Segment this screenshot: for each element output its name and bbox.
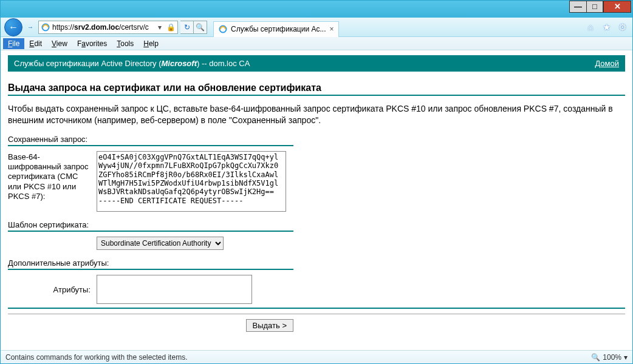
ca-title-prefix: Службы сертификации Active Directory (	[14, 59, 161, 68]
saved-request-label: Base-64-шифрованный запрос сертификата (…	[8, 151, 93, 201]
menu-favorites[interactable]: Favorites	[72, 38, 112, 49]
intro-text: Чтобы выдать сохраненный запрос к ЦС, вс…	[8, 103, 625, 126]
home-link[interactable]: Домой	[595, 59, 619, 68]
address-bar[interactable]: https://srv2.dom.loc/certsrv/c ▾ 🔒	[38, 21, 178, 34]
menu-edit[interactable]: Edit	[24, 38, 47, 49]
minimize-button[interactable]: —	[569, 1, 586, 13]
cert-template-select[interactable]: Subordinate Certification Authority	[97, 237, 224, 250]
zoom-value: 100%	[603, 353, 621, 362]
cert-template-section-label: Шаблон сертификата:	[8, 220, 625, 229]
menu-file[interactable]: File	[3, 38, 24, 49]
status-text: Contains commands for working with the s…	[5, 353, 187, 362]
divider	[8, 231, 293, 232]
window: — □ ✕ ← → https://srv2.dom.loc/certsrv/c…	[0, 0, 633, 364]
submit-button[interactable]: Выдать >	[246, 319, 293, 332]
status-bar: Contains commands for working with the s…	[1, 350, 632, 363]
browser-toolbar: ← → https://srv2.dom.loc/certsrv/c ▾ 🔒 ↻…	[1, 18, 632, 37]
menu-tools[interactable]: Tools	[112, 38, 139, 49]
search-button[interactable]: 🔍	[194, 21, 207, 34]
divider	[8, 145, 293, 146]
additional-attrs-section-label: Дополнительные атрибуты:	[8, 258, 625, 268]
divider	[8, 314, 625, 314]
favorites-icon[interactable]: ★	[600, 21, 613, 34]
titlebar: — □ ✕	[1, 1, 632, 18]
tab-close-icon[interactable]: ×	[329, 25, 334, 33]
menu-bar: File Edit View Favorites Tools Help	[1, 37, 632, 50]
attrs-textarea[interactable]	[97, 275, 252, 304]
ca-title-suffix: ) -- dom.loc CA	[197, 59, 250, 68]
home-icon[interactable]: ⌂	[584, 21, 597, 34]
tab-title: Службы сертификации Ac...	[231, 25, 326, 33]
lock-icon: 🔒	[166, 23, 175, 32]
menu-help[interactable]: Help	[139, 38, 163, 49]
saved-request-textarea[interactable]	[97, 151, 286, 212]
divider	[8, 95, 625, 96]
divider	[8, 269, 293, 270]
zoom-icon: 🔍	[591, 353, 600, 362]
url-text: https://srv2.dom.loc/certsrv/c	[52, 23, 153, 32]
settings-icon[interactable]: ⚙	[615, 21, 629, 34]
divider	[8, 308, 625, 309]
url-dropdown-icon[interactable]: ▾	[156, 23, 164, 32]
refresh-button[interactable]: ↻	[180, 21, 194, 34]
maximize-button[interactable]: □	[586, 1, 603, 13]
ie-icon	[41, 23, 50, 32]
saved-request-section-label: Сохраненный запрос:	[8, 135, 625, 144]
close-button[interactable]: ✕	[603, 1, 631, 13]
attrs-label: Атрибуты:	[8, 284, 93, 295]
zoom-control[interactable]: 🔍 100% ▾	[591, 353, 628, 362]
ca-header-band: Службы сертификации Active Directory (Mi…	[8, 55, 625, 72]
page-content: Службы сертификации Active Directory (Mi…	[1, 50, 632, 350]
back-button[interactable]: ←	[4, 18, 22, 36]
menu-view[interactable]: View	[47, 38, 72, 49]
browser-tab[interactable]: Службы сертификации Ac... ×	[213, 21, 339, 37]
zoom-dropdown-icon[interactable]: ▾	[624, 353, 628, 362]
forward-button[interactable]: →	[25, 19, 36, 35]
ca-title-brand: Microsoft	[161, 59, 197, 68]
page-title: Выдача запроса на сертификат или на обно…	[8, 83, 625, 93]
ie-icon	[219, 25, 227, 33]
